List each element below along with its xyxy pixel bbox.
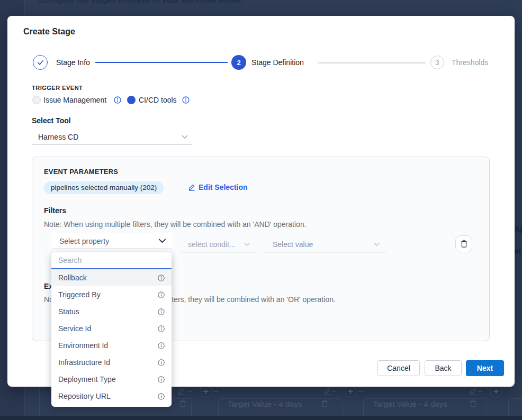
- chevron-down-icon: [159, 239, 166, 243]
- edit-icon: [323, 387, 331, 395]
- chevron-down-icon: [244, 242, 250, 246]
- connector-dash: [187, 391, 192, 392]
- stepper-connector: [318, 62, 426, 63]
- dropdown-item-label: Service Id: [58, 324, 91, 333]
- info-icon[interactable]: [158, 342, 165, 349]
- connector-dash: [213, 391, 218, 392]
- edit-icon: [177, 387, 185, 395]
- dropdown-item-service-id[interactable]: Service Id: [51, 320, 172, 337]
- dropdown-item-label: Status: [58, 307, 79, 316]
- connector-dash: [358, 391, 363, 392]
- delete-filter-button[interactable]: [455, 235, 472, 252]
- dropdown-item-repository-url[interactable]: Repository URL: [51, 388, 172, 405]
- info-icon[interactable]: [158, 393, 165, 400]
- radio-issue-management[interactable]: [32, 96, 41, 104]
- step-number: 3: [430, 56, 444, 69]
- edit-selection-label: Edit Selection: [199, 183, 248, 191]
- tool-select[interactable]: Harness CD: [32, 130, 192, 144]
- trash-icon: [460, 240, 468, 248]
- info-icon[interactable]: [158, 359, 165, 366]
- radio-issue-management-label: Issue Management: [43, 96, 106, 104]
- trash-icon: [321, 399, 329, 408]
- cancel-button[interactable]: Cancel: [377, 360, 420, 376]
- edit-icon: [188, 184, 195, 191]
- background-edge-text: Ap: [514, 224, 522, 233]
- value-select[interactable]: Select value: [265, 236, 386, 252]
- dropdown-item-label: Triggered By: [58, 290, 101, 299]
- connector-dash: [478, 391, 482, 392]
- info-icon[interactable]: [158, 325, 165, 332]
- dropdown-item-deployment-type[interactable]: Deployment Type: [51, 371, 172, 388]
- filters-note: Note: When using multiple filters, they …: [44, 220, 307, 229]
- selection-pill: pipelines selected manually (202): [44, 181, 164, 194]
- dropdown-item-label: Repository URL: [58, 392, 111, 400]
- property-select-value: Select property: [59, 237, 109, 245]
- info-icon[interactable]: [158, 376, 165, 383]
- info-icon[interactable]: [114, 96, 121, 104]
- info-icon[interactable]: [158, 308, 165, 315]
- trigger-event-label: TRIGGER EVENT: [32, 85, 83, 91]
- info-icon[interactable]: [158, 291, 165, 298]
- dropdown-item-status[interactable]: Status: [51, 303, 172, 320]
- dropdown-item-label: Deployment Type: [58, 375, 116, 384]
- step-stage-info-label: Stage Info: [56, 58, 90, 67]
- chevron-down-icon: [182, 135, 188, 139]
- search-input[interactable]: [51, 252, 172, 269]
- dropdown-item-label: Rollback: [58, 273, 87, 282]
- property-dropdown: Rollback Triggered By Status Service Id …: [51, 252, 172, 407]
- tool-select-value: Harness CD: [38, 133, 78, 141]
- info-icon[interactable]: [158, 275, 165, 281]
- property-select[interactable]: Select property: [52, 233, 172, 249]
- step-thresholds-label: Thresholds: [452, 58, 488, 67]
- dropdown-item-label: Infrastructure Id: [58, 358, 110, 367]
- dropdown-item-rollback[interactable]: Rollback: [51, 269, 172, 286]
- dropdown-item-infrastructure-id[interactable]: Infrastructure Id: [51, 354, 172, 371]
- radio-cicd-tools-label: CI/CD tools: [139, 96, 177, 104]
- check-icon: [33, 55, 48, 70]
- chevron-down-icon: [374, 242, 380, 246]
- add-button: [490, 386, 502, 397]
- dropdown-item-triggered-by[interactable]: Triggered By: [51, 286, 172, 303]
- connector-dash: [332, 391, 337, 392]
- trash-icon: [469, 399, 477, 408]
- dropdown-item-environment-id[interactable]: Environment Id: [51, 337, 172, 354]
- trash-icon: [179, 399, 187, 408]
- select-tool-label: Select Tool: [32, 116, 71, 125]
- radio-cicd-tools[interactable]: [127, 96, 136, 104]
- value-select-value: Select value: [273, 240, 313, 249]
- event-parameters-heading: EVENT PARAMETERS: [44, 168, 118, 176]
- add-button: [200, 386, 212, 397]
- stepper-connector: [95, 62, 228, 63]
- next-button[interactable]: Next: [466, 360, 504, 376]
- dropdown-item-label: Environment Id: [58, 341, 108, 350]
- background-footer-strip: [0, 416, 522, 420]
- background-divider: [39, 387, 40, 417]
- info-icon[interactable]: [182, 96, 190, 104]
- filters-heading: Filters: [44, 206, 66, 215]
- background-card-label: Target Value - 4 days: [228, 399, 302, 408]
- edit-selection-link[interactable]: Edit Selection: [188, 183, 248, 191]
- background-header-text: Configure the stages involved in your wo…: [37, 0, 242, 4]
- background-edge-text: et: [514, 246, 521, 255]
- step-stage-info[interactable]: [33, 55, 48, 70]
- edit-icon: [469, 387, 477, 395]
- condition-select-value: select condit...: [188, 240, 236, 249]
- add-button: [345, 386, 356, 397]
- step-thresholds: 3: [430, 56, 444, 69]
- step-stage-definition[interactable]: 2: [231, 55, 246, 70]
- step-stage-definition-label: Stage Definition: [251, 58, 304, 67]
- dialog-title: Create Stage: [23, 27, 75, 36]
- create-stage-dialog: Create Stage Stage Info 2 Stage Definiti…: [7, 16, 515, 387]
- condition-select[interactable]: select condit...: [181, 236, 256, 252]
- step-number: 2: [231, 55, 246, 70]
- back-button[interactable]: Back: [425, 360, 462, 376]
- background-card-label: Target Value - 4 days: [373, 399, 447, 408]
